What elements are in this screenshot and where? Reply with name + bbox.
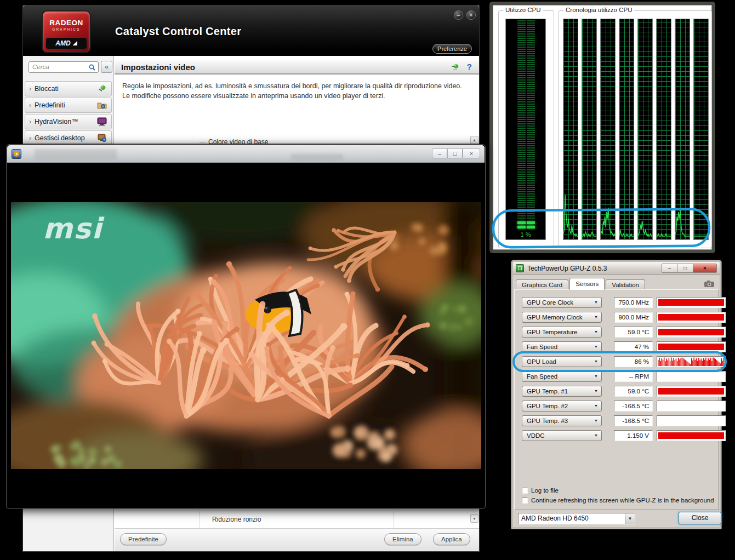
sensor-select[interactable]: VDDC ▼ — [522, 430, 602, 441]
close-button[interactable]: × — [463, 148, 480, 158]
page-header: Impostazioni video ? — [115, 60, 479, 75]
sensor-bar-full — [658, 388, 724, 395]
checkbox[interactable] — [522, 498, 528, 504]
sidebar-item-label: Predefiniti — [35, 101, 65, 109]
chevron-down-icon: ▼ — [594, 342, 598, 352]
gpuz-close-button[interactable]: Close — [679, 512, 721, 524]
cpu-history-panel — [600, 19, 616, 240]
screenshot-camera-icon[interactable] — [704, 280, 715, 288]
search-input[interactable]: Cerca — [29, 61, 99, 73]
sensor-value: 47 % — [614, 341, 653, 352]
sensor-select[interactable]: GPU Temp. #2 ▼ — [522, 401, 602, 412]
gpuz-tabs: Graphics CardSensorsValidation — [516, 278, 646, 290]
tab-validation[interactable]: Validation — [606, 279, 645, 290]
cpu-history-panel — [656, 19, 671, 240]
window-title: Catalyst Control Center — [115, 25, 241, 38]
cpu-history-panel — [563, 19, 578, 240]
minimize-button[interactable]: – — [432, 148, 447, 158]
pin-page-icon[interactable] — [451, 63, 460, 72]
sidebar-item-bloccati[interactable]: › Bloccati — [25, 81, 112, 96]
maximize-button[interactable]: □ — [677, 264, 693, 273]
sensor-value: 59.0 °C — [614, 386, 653, 397]
gpuz-titlebar[interactable]: TechPowerUp GPU-Z 0.5.3 – □ × — [513, 262, 720, 275]
sensor-select[interactable]: GPU Temp. #1 ▼ — [522, 386, 602, 397]
player-window-buttons: – □ × — [432, 148, 480, 158]
help-icon[interactable]: ? — [467, 62, 472, 71]
delete-button[interactable]: Elimina — [384, 533, 421, 545]
cpu-history-panel — [619, 19, 634, 240]
ccc-titlebar[interactable]: RADEON GRAPHICS AMD Catalyst Control Cen… — [23, 5, 479, 56]
cpu-history-panel — [637, 19, 653, 240]
chevron-down-icon: ▼ — [594, 401, 598, 411]
cpu-history-groupbox: Cronologia utilizzo CPU — [559, 10, 712, 248]
sidebar-item-label: Gestisci desktop — [35, 134, 85, 142]
radeon-graphics-logo: RADEON GRAPHICS AMD — [42, 10, 91, 53]
gpuz-window-buttons: – □ × — [662, 264, 717, 273]
minimize-button[interactable]: – — [454, 10, 463, 20]
tab-sensors[interactable]: Sensors — [569, 278, 605, 290]
sidebar-item-gestisci-desktop[interactable]: › Gestisci desktop — [25, 130, 112, 146]
sensor-bar-full — [658, 344, 724, 350]
sidebar-item-predefiniti[interactable]: › Predefiniti — [25, 98, 112, 113]
tab-graphics-card[interactable]: Graphics Card — [516, 279, 568, 290]
collapse-sidebar-button[interactable]: « — [101, 61, 112, 73]
chevron-down-icon: ▼ — [594, 431, 598, 441]
chevron-down-icon: ▼ — [594, 386, 598, 396]
sidebar-item-hydravision-[interactable]: › HydraVision™ — [25, 114, 112, 129]
sensor-graph — [657, 297, 726, 308]
logo-radeon-text: RADEON — [43, 19, 90, 27]
sensor-select[interactable]: Fan Speed ▼ — [522, 341, 602, 352]
sensor-value: -168.5 °C — [614, 401, 653, 412]
chevron-right-icon: › — [29, 134, 31, 142]
footer-button-band: Predefinite Elimina Applica — [115, 528, 479, 551]
glass-blur-artifact — [35, 149, 117, 159]
minimize-button[interactable]: – — [662, 264, 677, 273]
page-description: Regola le impostazioni, ad es. luminosit… — [122, 81, 470, 101]
cpu-usage-groupbox: Utilizzo CPU 1 % — [498, 10, 554, 248]
defaults-button[interactable]: Predefinite — [120, 533, 167, 545]
desktop-icon — [96, 133, 107, 144]
preferences-button[interactable]: Preferenze — [432, 44, 472, 54]
chevron-down-icon: ▼ — [594, 372, 598, 381]
sensor-graph — [657, 415, 726, 426]
folder-icon — [96, 100, 107, 111]
bottom-row-label: Riduzione ronzio — [212, 516, 261, 523]
search-icon — [88, 64, 96, 71]
maximize-button[interactable]: □ — [447, 148, 463, 158]
sidebar-item-label: HydraVision™ — [35, 118, 78, 125]
sensor-bar-full — [658, 329, 724, 335]
sensor-value: 86 % — [614, 356, 653, 367]
apply-button[interactable]: Applica — [433, 533, 470, 545]
chevron-down-icon[interactable]: ▼ — [625, 513, 635, 524]
divider — [200, 511, 200, 528]
sensor-graph — [657, 341, 726, 352]
close-button[interactable]: × — [693, 264, 717, 273]
divider — [394, 511, 394, 528]
sensor-select[interactable]: Fan Speed ▼ — [522, 371, 602, 382]
close-button[interactable]: × — [466, 10, 476, 20]
sensor-select[interactable]: GPU Memory Clock ▼ — [522, 312, 602, 323]
chevron-right-icon: › — [29, 118, 31, 125]
video-display-area[interactable]: msi — [8, 163, 484, 507]
chevron-right-icon: › — [29, 101, 31, 109]
amd-arrow-icon — [73, 41, 77, 45]
cpu-usage-meter: 1 % — [505, 19, 546, 240]
sensor-graph — [657, 386, 726, 397]
gpuz-window-title: TechPowerUp GPU-Z 0.5.3 — [527, 265, 607, 272]
device-select[interactable]: AMD Radeon HD 6450 ▼ — [518, 513, 635, 524]
gpuz-app-icon — [516, 264, 524, 272]
cpu-history-label: Cronologia utilizzo CPU — [563, 7, 634, 13]
cpu-history-panel — [693, 19, 709, 240]
sensor-select[interactable]: GPU Temp. #3 ▼ — [522, 415, 602, 426]
sensor-select[interactable]: GPU Load ▼ — [522, 356, 602, 367]
scrollbar-down-arrow[interactable]: ▼ — [470, 514, 478, 523]
player-titlebar[interactable]: – □ × — [7, 145, 485, 163]
scrollbar-up-arrow[interactable]: ▲ — [470, 136, 478, 144]
sensor-select[interactable]: GPU Core Clock ▼ — [522, 297, 602, 308]
cpu-history-panel — [582, 19, 597, 240]
checkbox[interactable] — [522, 488, 528, 494]
sensor-select[interactable]: GPU Temperature ▼ — [522, 327, 602, 338]
sensor-value: 59.0 °C — [614, 327, 653, 338]
sensor-graph — [657, 401, 726, 412]
sensor-graph — [657, 430, 726, 441]
